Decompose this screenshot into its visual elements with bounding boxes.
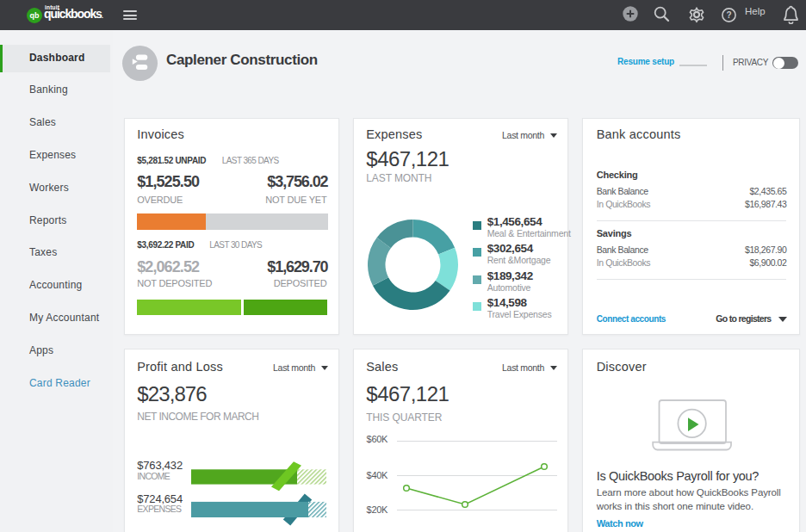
svg-text:?: ? xyxy=(726,10,731,20)
